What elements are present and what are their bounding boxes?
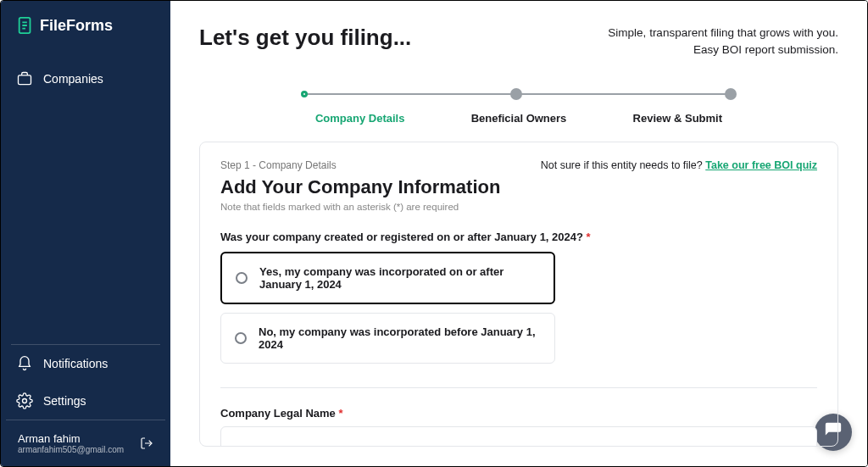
step-labels: Company Details Beneficial Owners Review… <box>281 112 757 125</box>
step-1-dot <box>301 91 308 97</box>
header-row: Let's get you filing... Simple, transpar… <box>199 25 838 59</box>
form-note: Note that fields marked with an asterisk… <box>220 202 817 212</box>
form-heading: Add Your Company Information <box>220 176 817 198</box>
required-asterisk: * <box>587 231 591 243</box>
user-text: Arman fahim armanfahim505@gmail.com <box>18 432 124 454</box>
step-3-dot <box>725 88 737 100</box>
sidebar-item-companies[interactable]: Companies <box>1 60 170 97</box>
sidebar-item-label: Settings <box>43 394 86 408</box>
radio-label: No, my company was incorporated before J… <box>259 325 541 351</box>
logo-text: FileForms <box>40 17 113 35</box>
sidebar-item-label: Notifications <box>43 357 108 370</box>
user-block: Arman fahim armanfahim505@gmail.com <box>6 420 165 466</box>
sidebar-item-label: Companies <box>43 72 103 86</box>
bell-icon <box>16 355 33 372</box>
radio-label: Yes, my company was incorporated on or a… <box>259 265 540 291</box>
sidebar-item-notifications[interactable]: Notifications <box>1 345 170 382</box>
legal-name-input[interactable] <box>220 426 817 447</box>
user-email: armanfahim505@gmail.com <box>18 445 124 454</box>
logo-icon <box>16 16 35 35</box>
user-name: Arman fahim <box>18 432 124 445</box>
divider <box>220 387 817 388</box>
svg-rect-4 <box>19 75 31 85</box>
required-asterisk: * <box>338 407 342 420</box>
quiz-link[interactable]: Take our free BOI quiz <box>705 159 817 171</box>
gear-icon <box>16 392 33 409</box>
nav-top: Companies <box>1 43 170 114</box>
quiz-text: Not sure if this entity needs to file? T… <box>541 159 817 171</box>
card-top-row: Step 1 - Company Details Not sure if thi… <box>220 159 817 171</box>
radio-icon <box>236 272 248 284</box>
radio-icon <box>235 332 247 344</box>
step-2-dot <box>510 88 522 100</box>
step-label-3[interactable]: Review & Submit <box>598 112 757 125</box>
page-title: Let's get you filing... <box>199 25 411 51</box>
sidebar-bottom: Notifications Settings Arman fahim arman… <box>1 344 170 466</box>
legal-name-label: Company Legal Name * <box>220 407 817 420</box>
question-1-label: Was your company created or registered o… <box>220 231 817 243</box>
sidebar-item-settings[interactable]: Settings <box>1 382 170 420</box>
sidebar: FileForms Companies Notifications Settin… <box>1 1 170 466</box>
briefcase-icon <box>16 70 33 87</box>
step-label-1[interactable]: Company Details <box>281 112 439 125</box>
step-text: Step 1 - Company Details <box>220 159 337 171</box>
step-line <box>306 93 512 95</box>
subtitle-block: Simple, transparent filing that grows wi… <box>608 25 838 59</box>
radio-option-no[interactable]: No, my company was incorporated before J… <box>220 313 555 364</box>
step-label-2[interactable]: Beneficial Owners <box>439 112 598 125</box>
stepper <box>301 88 737 100</box>
radio-option-yes[interactable]: Yes, my company was incorporated on or a… <box>220 252 555 304</box>
main: Let's get you filing... Simple, transpar… <box>170 1 867 466</box>
step-line <box>520 93 726 95</box>
subtitle-line-1: Simple, transparent filing that grows wi… <box>608 25 838 42</box>
subtitle-line-2: Easy BOI report submission. <box>608 42 838 58</box>
form-card: Step 1 - Company Details Not sure if thi… <box>199 142 838 447</box>
svg-point-5 <box>23 399 27 403</box>
logout-icon[interactable] <box>140 436 153 450</box>
quiz-prefix: Not sure if this entity needs to file? <box>541 159 706 171</box>
